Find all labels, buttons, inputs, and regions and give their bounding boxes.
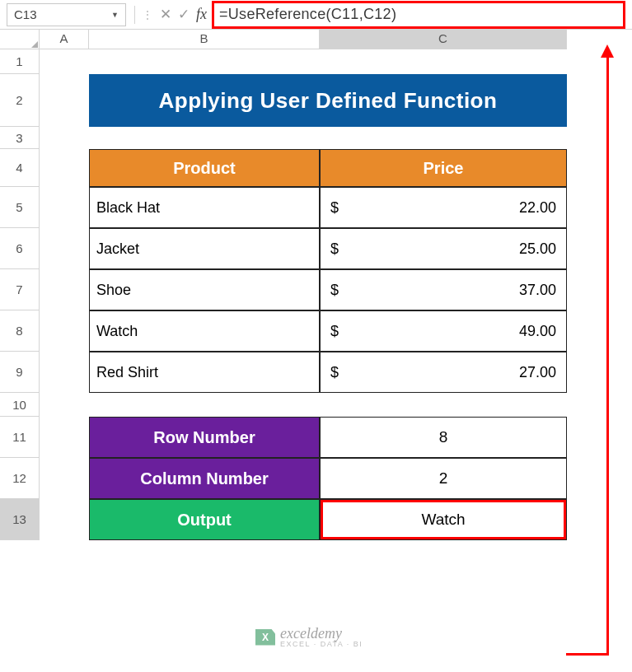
cell[interactable]: [89, 49, 320, 74]
cell[interactable]: [89, 127, 320, 149]
callout-arrow-head: [601, 44, 614, 58]
cancel-icon[interactable]: ✕: [157, 6, 175, 23]
table-row: Jacket$25.00: [40, 228, 632, 269]
formula-bar: C13 ▼ ⋮ ✕ ✓ fx =UseReference(C11,C12): [0, 0, 632, 30]
watermark-main: exceldemy: [280, 626, 363, 641]
row-header[interactable]: 6: [0, 228, 40, 269]
price-value: 25.00: [519, 240, 556, 258]
price-cell[interactable]: $22.00: [320, 187, 567, 228]
table-header-price[interactable]: Price: [320, 149, 567, 187]
watermark-sub: EXCEL · DATA · BI: [280, 641, 363, 648]
col-header-c[interactable]: C: [320, 30, 567, 49]
row-header[interactable]: 1: [0, 49, 40, 74]
table-row: Watch$49.00: [40, 310, 632, 352]
row-header[interactable]: 9: [0, 352, 40, 393]
price-value: 49.00: [519, 323, 556, 340]
row-number-value[interactable]: 8: [320, 417, 567, 458]
price-value: 37.00: [519, 282, 556, 299]
cell[interactable]: [40, 458, 89, 499]
grip-icon: ⋮: [142, 11, 153, 19]
cell[interactable]: [40, 74, 89, 127]
row-header[interactable]: 4: [0, 149, 40, 187]
row-header[interactable]: 12: [0, 458, 40, 499]
cell[interactable]: [40, 228, 89, 269]
product-cell[interactable]: Shoe: [89, 269, 320, 310]
row-header[interactable]: 10: [0, 393, 40, 417]
price-cell[interactable]: $25.00: [320, 228, 567, 269]
row-header[interactable]: 7: [0, 269, 40, 310]
output-cell[interactable]: Watch: [320, 499, 567, 540]
enter-icon[interactable]: ✓: [175, 6, 193, 23]
grid: Applying User Defined Function Product P…: [40, 49, 632, 672]
row-header[interactable]: 2: [0, 74, 40, 127]
table-row: Column Number 2: [40, 458, 632, 499]
table-row: Red Shirt$27.00: [40, 352, 632, 393]
formula-input[interactable]: =UseReference(C11,C12): [219, 6, 396, 23]
currency-symbol: $: [330, 240, 339, 258]
row-header[interactable]: 11: [0, 417, 40, 458]
cell[interactable]: [40, 417, 89, 458]
row-headers: 12345678910111213: [0, 49, 40, 672]
price-cell[interactable]: $27.00: [320, 352, 567, 393]
cell[interactable]: [320, 393, 567, 417]
cell[interactable]: [40, 269, 89, 310]
row-header[interactable]: 3: [0, 127, 40, 149]
excel-icon: [255, 629, 275, 646]
select-all-corner[interactable]: [0, 30, 40, 49]
watermark-text: exceldemy EXCEL · DATA · BI: [280, 626, 363, 648]
cell[interactable]: [40, 393, 89, 417]
row-number-label[interactable]: Row Number: [89, 417, 320, 458]
watermark: exceldemy EXCEL · DATA · BI: [255, 626, 363, 648]
table-row: [40, 393, 632, 417]
table-row: Output Watch: [40, 499, 632, 540]
currency-symbol: $: [330, 364, 339, 381]
table-row: Product Price: [40, 149, 632, 187]
row-header[interactable]: 5: [0, 187, 40, 228]
price-cell[interactable]: $49.00: [320, 310, 567, 352]
table-row: [40, 49, 632, 74]
fx-icon[interactable]: fx: [196, 6, 207, 23]
chevron-down-icon[interactable]: ▼: [111, 11, 119, 19]
col-header-a[interactable]: A: [40, 30, 89, 49]
title-banner[interactable]: Applying User Defined Function: [89, 74, 567, 127]
table-row: Row Number 8: [40, 417, 632, 458]
cell[interactable]: [320, 127, 567, 149]
cell[interactable]: [40, 352, 89, 393]
cell[interactable]: [40, 187, 89, 228]
product-cell[interactable]: Black Hat: [89, 187, 320, 228]
cell[interactable]: [40, 499, 89, 540]
cell[interactable]: [40, 49, 89, 74]
output-label[interactable]: Output: [89, 499, 320, 540]
table-row: [40, 127, 632, 149]
product-cell[interactable]: Jacket: [89, 228, 320, 269]
product-cell[interactable]: Red Shirt: [89, 352, 320, 393]
cell[interactable]: [40, 127, 89, 149]
cell[interactable]: [89, 393, 320, 417]
table-row: Black Hat$22.00: [40, 187, 632, 228]
callout-arrow-line: [566, 653, 609, 656]
cell[interactable]: [320, 49, 567, 74]
currency-symbol: $: [330, 282, 339, 299]
column-number-value[interactable]: 2: [320, 458, 567, 499]
cell[interactable]: [40, 310, 89, 352]
spreadsheet: A B C 12345678910111213 Applying User De…: [0, 30, 632, 672]
table-row: Applying User Defined Function: [40, 74, 632, 127]
row-header[interactable]: 13: [0, 499, 40, 540]
table-header-product[interactable]: Product: [89, 149, 320, 187]
cell[interactable]: [40, 149, 89, 187]
row-header[interactable]: 8: [0, 310, 40, 352]
name-box-value: C13: [14, 7, 37, 21]
col-header-b[interactable]: B: [89, 30, 320, 49]
currency-symbol: $: [330, 199, 339, 217]
table-row: Shoe$37.00: [40, 269, 632, 310]
formula-input-highlight: =UseReference(C11,C12): [212, 1, 625, 29]
product-cell[interactable]: Watch: [89, 310, 320, 352]
price-value: 27.00: [519, 364, 556, 381]
name-box[interactable]: C13 ▼: [7, 3, 126, 26]
column-number-label[interactable]: Column Number: [89, 458, 320, 499]
price-cell[interactable]: $37.00: [320, 269, 567, 310]
price-value: 22.00: [519, 199, 556, 217]
column-headers: A B C: [40, 30, 632, 49]
currency-symbol: $: [330, 323, 339, 340]
divider: [134, 6, 135, 24]
